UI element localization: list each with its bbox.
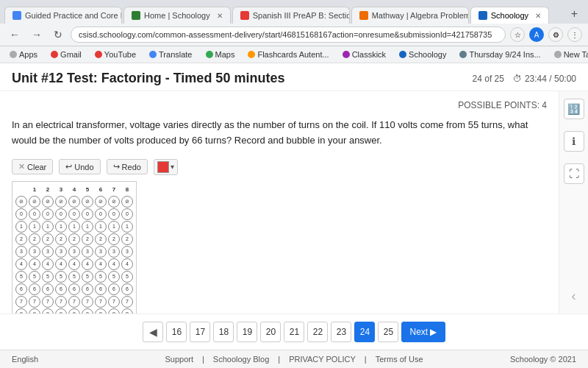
page-btn-25[interactable]: 25 [378,322,398,342]
bubble-cell[interactable]: 7 [108,296,120,308]
tab-mathway[interactable]: Mathway | Algebra Problem S... ✕ [351,7,469,24]
page-btn-21[interactable]: 21 [284,322,304,342]
bubble-cell[interactable]: 1 [55,221,67,233]
bubble-cell[interactable]: 1 [15,221,27,233]
bubble-cell[interactable]: ⊘ [15,196,27,208]
bookmark-flashcards[interactable]: Flashcards Autent... [244,49,332,60]
bubble-cell[interactable]: 5 [108,271,120,283]
bubble-cell[interactable]: 3 [29,246,40,258]
bookmark-gmail[interactable]: Gmail [47,49,85,60]
bubble-cell[interactable]: 1 [121,221,133,233]
bubble-cell[interactable]: 6 [108,283,120,295]
tab-close-btn[interactable]: ✕ [214,12,223,20]
page-btn-20[interactable]: 20 [260,322,281,342]
refresh-button[interactable]: ↻ [50,27,66,42]
calculator-icon-btn[interactable]: 🔢 [564,99,584,119]
bubble-cell[interactable]: 5 [82,271,93,283]
bubble-cell[interactable]: 4 [68,258,80,270]
bubble-cell[interactable]: ⊘ [82,196,93,208]
bubble-cell[interactable]: ⊘ [42,196,54,208]
page-btn-18[interactable]: 18 [213,322,234,342]
bubble-cell[interactable]: ⊘ [121,196,133,208]
clear-button[interactable]: ✕ Clear [12,159,53,174]
bubble-cell[interactable]: 6 [121,283,133,295]
bubble-cell[interactable]: 2 [42,233,54,245]
color-dropdown-arrow[interactable]: ▾ [171,163,174,171]
tab-spanish[interactable]: Spanish III PreAP B: Section 9:... ✕ [232,7,350,24]
bubble-cell[interactable]: 6 [82,283,93,295]
bubble-cell[interactable]: 8 [95,308,107,314]
bubble-cell[interactable]: 1 [108,221,120,233]
page-btn-24-active[interactable]: 24 [354,322,375,342]
bubble-cell[interactable]: 5 [68,271,80,283]
bubble-cell[interactable]: 1 [82,221,93,233]
bubble-cell[interactable]: ⊘ [95,196,107,208]
bookmark-youtube[interactable]: YouTube [91,49,140,60]
page-btn-16[interactable]: 16 [166,322,187,342]
bubble-cell[interactable]: 4 [95,258,107,270]
bubble-cell[interactable]: 6 [95,283,107,295]
tab-guided-practice[interactable]: Guided Practice and Core Pra... ✕ [4,7,122,24]
next-button[interactable]: Next ▶ [401,322,445,342]
bookmark-star-icon[interactable]: ☆ [510,27,525,42]
bubble-cell[interactable]: 2 [68,233,80,245]
footer-blog[interactable]: Schoology Blog [213,355,269,364]
bubble-cell[interactable]: 8 [121,308,133,314]
bubble-cell[interactable]: 1 [95,221,107,233]
bubble-cell[interactable]: 8 [42,308,54,314]
bubble-cell[interactable]: 0 [95,208,107,220]
bubble-cell[interactable]: 6 [42,283,54,295]
bubble-cell[interactable]: 3 [82,246,93,258]
footer-support[interactable]: Support [165,355,193,364]
bubble-cell[interactable]: 6 [55,283,67,295]
page-btn-19[interactable]: 19 [237,322,257,342]
bubble-cell[interactable]: 2 [15,233,27,245]
bubble-cell[interactable]: 2 [29,233,40,245]
bubble-cell[interactable]: 0 [108,208,120,220]
bubble-cell[interactable]: 7 [29,296,40,308]
info-icon-btn[interactable]: ℹ [564,131,584,152]
bubble-cell[interactable]: 6 [15,283,27,295]
bubble-cell[interactable]: 7 [15,296,27,308]
bubble-cell[interactable]: 0 [29,208,40,220]
bubble-cell[interactable]: 8 [108,308,120,314]
bubble-cell[interactable]: 0 [82,208,93,220]
bubble-cell[interactable]: 5 [29,271,40,283]
bubble-cell[interactable]: 1 [29,221,40,233]
bubble-cell[interactable]: 4 [82,258,93,270]
bookmark-apps[interactable]: Apps [6,49,41,60]
bubble-cell[interactable]: 5 [121,271,133,283]
bubble-cell[interactable]: 3 [95,246,107,258]
menu-icon[interactable]: ⋮ [567,27,582,42]
bookmark-new-tab[interactable]: New Tab [551,49,588,60]
bubble-cell[interactable]: 1 [42,221,54,233]
bubble-cell[interactable]: 8 [55,308,67,314]
forward-button[interactable]: → [28,27,46,42]
extensions-icon[interactable]: ⚙ [548,27,563,42]
bubble-cell[interactable]: 3 [68,246,80,258]
bookmark-maps[interactable]: Maps [202,49,239,60]
bubble-cell[interactable]: 8 [15,308,27,314]
bubble-cell[interactable]: ⊘ [29,196,40,208]
footer-terms[interactable]: Terms of Use [376,355,423,364]
redo-button[interactable]: ↪ Redo [107,159,148,174]
bubble-cell[interactable]: 3 [121,246,133,258]
page-btn-22[interactable]: 22 [307,322,328,342]
bubble-cell[interactable]: 2 [82,233,93,245]
color-picker[interactable]: ▾ [154,159,178,175]
bubble-cell[interactable]: 2 [55,233,67,245]
bubble-cell[interactable]: ⊘ [108,196,120,208]
bookmark-classkick[interactable]: Classkick [339,49,390,60]
bubble-cell[interactable]: 0 [68,208,80,220]
bubble-cell[interactable]: 6 [68,283,80,295]
collapse-sidebar-btn[interactable]: ‹ [564,286,584,306]
bubble-cell[interactable]: 0 [15,208,27,220]
tab-home-schoology[interactable]: Home | Schoology ✕ [123,7,231,24]
bubble-cell[interactable]: 3 [108,246,120,258]
bubble-cell[interactable]: 7 [68,296,80,308]
bubble-cell[interactable]: 5 [55,271,67,283]
fullscreen-icon-btn[interactable]: ⛶ [564,163,584,184]
bubble-cell[interactable]: 0 [42,208,54,220]
bubble-cell[interactable]: ⊘ [68,196,80,208]
bubble-cell[interactable]: 4 [121,258,133,270]
